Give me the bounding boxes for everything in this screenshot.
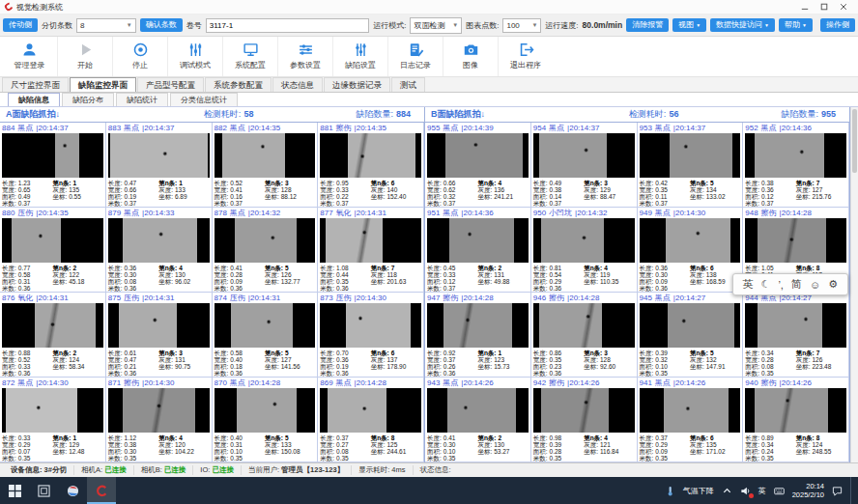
ime-lang-simplified[interactable]: 简 (791, 277, 802, 292)
scrollbar[interactable] (850, 107, 858, 462)
param-settings-button[interactable]: 参数设置 (277, 37, 332, 76)
defect-cell[interactable]: 955黑点|20:14:39长度:0.66宽度:0.62面积:0.32米数:0.… (425, 123, 531, 208)
defect-cell[interactable]: 875压伤|20:14:31长度:0.61宽度:0.47面积:0.21米数:0.… (106, 293, 213, 378)
defect-thumbnail[interactable] (427, 388, 529, 433)
defect-cell[interactable]: 878黑点|20:14:32长度:0.41宽度:0.28面积:0.09米数:0.… (213, 208, 319, 293)
defect-cell[interactable]: 940擦伤|20:14:26长度:0.89宽度:0.34面积:0.24米数:0.… (743, 378, 849, 462)
confirm-count-button[interactable]: 确认条数 (140, 18, 183, 32)
maximize-button[interactable] (815, 0, 834, 14)
defect-cell[interactable]: 882黑点|20:14:35长度:0.52宽度:0.41面积:0.16米数:0.… (213, 123, 319, 208)
defect-thumbnail[interactable] (320, 303, 421, 348)
exit-program-button[interactable]: 退出程序 (498, 37, 553, 76)
defect-cell[interactable]: 952黑点|20:14:36长度:0.38宽度:0.36面积:0.12米数:0.… (743, 123, 849, 208)
defect-cell[interactable]: 951黑点|20:14:36长度:0.45宽度:0.33面积:0.12米数:0.… (425, 208, 531, 293)
main-tab-2[interactable]: 产品型号配置 (137, 77, 204, 92)
defect-thumbnail[interactable] (745, 218, 846, 263)
weather-text[interactable]: 气温下降 (683, 486, 714, 496)
main-tab-0[interactable]: 尺寸监控界面 (2, 77, 69, 92)
sub-tab-2[interactable]: 缺陷统计 (116, 93, 168, 106)
defect-cell[interactable]: 872黑点|20:14:30长度:0.33宽度:0.29面积:0.07米数:0.… (0, 378, 106, 462)
defect-thumbnail[interactable] (2, 303, 103, 348)
taskbar-clock[interactable]: 20:142025/2/10 (792, 482, 824, 499)
defect-thumbnail[interactable] (640, 303, 741, 348)
defect-thumbnail[interactable] (2, 218, 103, 263)
defect-thumbnail[interactable] (108, 388, 210, 433)
defect-cell[interactable]: 870黑点|20:14:28长度:0.40宽度:0.31面积:0.10米数:0.… (213, 378, 319, 462)
defect-cell[interactable]: 954黑点|20:14:37长度:0.49宽度:0.38面积:0.14米数:0.… (531, 123, 638, 208)
defect-cell[interactable]: 941黑点|20:14:26长度:0.37宽度:0.29面积:0.09米数:0.… (638, 378, 744, 462)
defect-thumbnail[interactable] (320, 388, 421, 433)
defect-thumbnail[interactable] (214, 133, 316, 178)
defect-cell[interactable]: 945黑点|20:14:27长度:0.39宽度:0.32面积:0.10米数:0.… (638, 293, 744, 378)
defect-cell[interactable]: 880压伤|20:14:35长度:0.77宽度:0.58面积:0.31米数:0.… (0, 208, 106, 293)
defect-cell[interactable]: 947擦伤|20:14:28长度:0.92宽度:0.37面积:0.26米数:0.… (425, 293, 531, 378)
stop-button[interactable]: 停止 (112, 37, 167, 76)
defect-thumbnail[interactable] (640, 133, 741, 178)
run-mode-select[interactable]: 双面检测▼ (410, 17, 462, 34)
defect-thumbnail[interactable] (2, 388, 103, 433)
defect-cell[interactable]: 883黑点|20:14:37长度:0.47宽度:0.66面积:0.19米数:0.… (106, 123, 213, 208)
defect-cell[interactable]: 881擦伤|20:14:35长度:0.95宽度:0.33面积:0.22米数:0.… (318, 123, 424, 208)
defect-thumbnail[interactable] (533, 388, 635, 433)
defect-cell[interactable]: 953黑点|20:14:37长度:0.42宽度:0.35面积:0.11米数:0.… (638, 123, 744, 208)
defect-cell[interactable]: 876氧化|20:14:31长度:0.88宽度:0.52面积:0.33米数:0.… (0, 293, 106, 378)
defect-thumbnail[interactable] (533, 303, 635, 348)
defect-cell[interactable]: 950小凹坑|20:14:32长度:0.81宽度:0.54面积:0.29米数:0… (531, 208, 638, 293)
defect-cell[interactable]: 869黑点|20:14:28长度:0.37宽度:0.27面积:0.08米数:0.… (318, 378, 424, 462)
taskbar-app-button[interactable] (58, 477, 87, 504)
main-tab-1[interactable]: 缺陷监控界面 (70, 77, 136, 92)
touch-keyboard-icon[interactable] (774, 486, 785, 496)
input-language-indicator[interactable]: 英 (758, 486, 766, 496)
defect-thumbnail[interactable] (533, 133, 635, 178)
defect-cell[interactable]: 946擦伤|20:14:28长度:0.86宽度:0.35面积:0.23米数:0.… (531, 293, 638, 378)
defect-thumbnail[interactable] (745, 133, 846, 178)
sub-tab-0[interactable]: 缺陷信息 (8, 93, 60, 106)
defect-thumbnail[interactable] (640, 388, 741, 433)
defect-cell[interactable]: 942擦伤|20:14:26长度:0.98宽度:0.39面积:0.28米数:0.… (531, 378, 638, 462)
volume-icon[interactable] (740, 486, 751, 496)
main-tab-6[interactable]: 测试 (391, 77, 425, 92)
defect-cell[interactable]: 877氧化|20:14:31长度:1.08宽度:0.44面积:0.35米数:0.… (318, 208, 424, 293)
image-button[interactable]: 图像 (443, 37, 498, 76)
defect-thumbnail[interactable] (427, 218, 529, 263)
defect-thumbnail[interactable] (108, 218, 210, 263)
scrollbar-thumb[interactable] (852, 109, 857, 173)
main-tab-4[interactable]: 状态信息 (272, 77, 323, 92)
defect-thumbnail[interactable] (745, 388, 846, 433)
defect-cell[interactable]: 879黑点|20:14:33长度:0.36宽度:0.30面积:0.08米数:0.… (106, 208, 213, 293)
thermometer-icon[interactable] (665, 486, 675, 496)
defect-thumbnail[interactable] (320, 133, 421, 178)
defect-thumbnail[interactable] (214, 303, 316, 348)
admin-login-button[interactable]: 管理登录 (2, 37, 57, 76)
task-view-button[interactable] (29, 477, 58, 504)
clear-alarm-button[interactable]: 清除报警 (626, 18, 669, 32)
action-center-icon[interactable] (832, 486, 843, 496)
ime-settings-icon[interactable]: ⚙ (828, 278, 838, 291)
sub-tab-3[interactable]: 分类信息统计 (170, 93, 238, 106)
defect-thumbnail[interactable] (2, 133, 103, 178)
operator-side-button[interactable]: 操作侧 (820, 18, 855, 32)
slit-count-select[interactable]: 8▼ (76, 18, 136, 33)
defect-thumbnail[interactable] (533, 218, 635, 263)
tray-overflow-chevron-icon[interactable] (722, 486, 732, 496)
log-record-button[interactable]: 日志记录 (387, 37, 443, 76)
help-menu-button[interactable]: 帮助▼ (779, 18, 813, 32)
defect-cell[interactable]: 871擦伤|20:14:30长度:1.12宽度:0.38面积:0.30米数:0.… (106, 378, 213, 462)
defect-thumbnail[interactable] (108, 303, 210, 348)
roll-number-input[interactable] (206, 18, 369, 33)
data-quick-access-menu-button[interactable]: 数据快捷访问▼ (710, 18, 775, 32)
drive-side-button[interactable]: 传动侧 (3, 18, 38, 32)
defect-cell[interactable]: 874压伤|20:14:31长度:0.58宽度:0.40面积:0.18米数:0.… (213, 293, 319, 378)
main-tab-5[interactable]: 边缘数据记录 (324, 77, 390, 92)
defect-cell[interactable]: 943黑点|20:14:26长度:0.41宽度:0.30面积:0.10米数:0.… (425, 378, 531, 462)
chart-points-select[interactable]: 100▼ (502, 18, 541, 33)
start-button[interactable] (0, 477, 29, 504)
ime-punctuation-icon[interactable]: ’, (778, 279, 784, 291)
main-tab-3[interactable]: 系统参数配置 (205, 77, 272, 92)
ime-lang-en[interactable]: 英 (743, 277, 754, 292)
defect-cell[interactable]: 873压伤|20:14:30长度:0.70宽度:0.36面积:0.19米数:0.… (318, 293, 424, 378)
minimize-button[interactable] (795, 0, 815, 14)
system-config-button[interactable]: 系统配置 (222, 37, 277, 76)
defect-thumbnail[interactable] (320, 218, 421, 263)
defect-cell[interactable]: 949黑点|20:14:30长度:0.36宽度:0.30面积:0.09米数:0.… (638, 208, 744, 293)
